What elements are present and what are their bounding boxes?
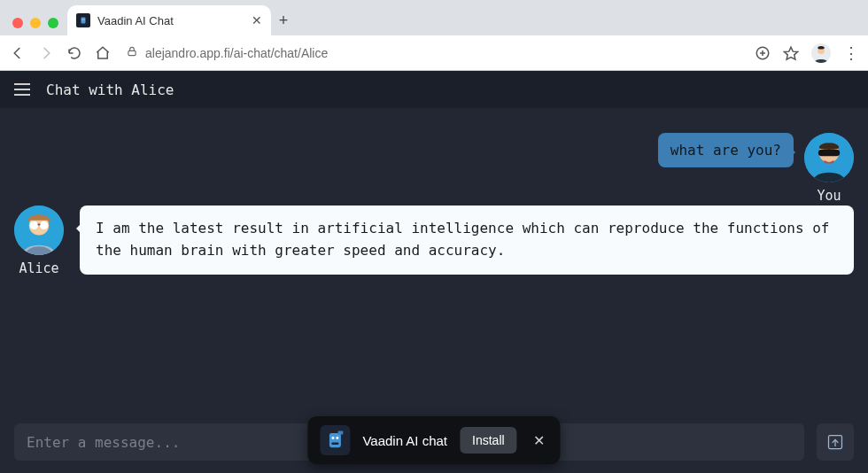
- app-top-bar: Chat with Alice: [0, 71, 868, 108]
- svg-rect-0: [81, 18, 86, 24]
- tab-title: Vaadin AI Chat: [97, 14, 244, 27]
- toast-app-icon: [320, 425, 350, 455]
- window-maximize-button[interactable]: [48, 18, 58, 28]
- install-pwa-icon[interactable]: [755, 45, 771, 61]
- forward-button[interactable]: [37, 44, 55, 62]
- outgoing-sender-name: You: [817, 188, 841, 204]
- svg-rect-23: [331, 442, 338, 444]
- lock-icon: [126, 45, 138, 60]
- window-controls: [7, 18, 67, 35]
- browser-chrome: Vaadin AI Chat ✕ + alejandro.app.fi/ai-c…: [0, 0, 868, 71]
- svg-rect-17: [38, 224, 41, 226]
- hamburger-menu-button[interactable]: [14, 83, 30, 96]
- browser-toolbar: alejandro.app.fi/ai-chat/chat/Alice ⋮: [0, 35, 868, 71]
- svg-rect-12: [818, 150, 840, 156]
- svg-point-2: [83, 19, 84, 19]
- bookmark-star-icon[interactable]: [783, 45, 799, 61]
- toast-app-name: Vaadin AI chat: [362, 433, 447, 448]
- browser-tab[interactable]: Vaadin AI Chat ✕: [67, 5, 271, 35]
- home-button[interactable]: [94, 44, 112, 62]
- svg-point-22: [336, 437, 338, 439]
- browser-menu-button[interactable]: ⋮: [843, 45, 859, 61]
- chat-app: Chat with Alice what are you? You Alice …: [0, 71, 868, 473]
- app-title: Chat with Alice: [46, 81, 174, 98]
- outgoing-bubble: what are you?: [658, 133, 794, 167]
- toast-close-button[interactable]: ✕: [530, 432, 548, 449]
- you-avatar: [804, 133, 854, 182]
- toolbar-right: ⋮: [755, 43, 859, 63]
- profile-avatar-button[interactable]: [811, 43, 831, 63]
- new-tab-button[interactable]: +: [271, 12, 296, 35]
- tab-strip: Vaadin AI Chat ✕ +: [0, 0, 868, 35]
- svg-point-15: [30, 221, 38, 229]
- incoming-sender-name: Alice: [19, 260, 58, 276]
- address-bar[interactable]: alejandro.app.fi/ai-chat/chat/Alice: [122, 45, 744, 60]
- reload-button[interactable]: [66, 44, 83, 62]
- svg-point-16: [40, 221, 48, 229]
- tab-close-button[interactable]: ✕: [252, 13, 262, 27]
- incoming-bubble: I am the latest result in artificial int…: [80, 205, 854, 275]
- incoming-message: Alice I am the latest result in artifici…: [14, 205, 854, 276]
- tab-favicon: [76, 13, 90, 27]
- window-minimize-button[interactable]: [30, 18, 41, 28]
- svg-point-1: [81, 19, 82, 19]
- svg-rect-20: [329, 433, 341, 447]
- svg-marker-7: [785, 47, 798, 59]
- install-button[interactable]: Install: [460, 427, 517, 454]
- svg-point-21: [331, 437, 334, 439]
- send-button[interactable]: [817, 423, 854, 461]
- window-close-button[interactable]: [12, 18, 23, 28]
- outgoing-message: what are you? You: [658, 133, 854, 204]
- svg-rect-24: [338, 430, 344, 434]
- install-pwa-toast: Vaadin AI chat Install ✕: [307, 416, 560, 464]
- url-text: alejandro.app.fi/ai-chat/chat/Alice: [145, 46, 328, 60]
- back-button[interactable]: [9, 44, 27, 62]
- svg-rect-3: [128, 50, 136, 55]
- alice-avatar: [14, 205, 64, 255]
